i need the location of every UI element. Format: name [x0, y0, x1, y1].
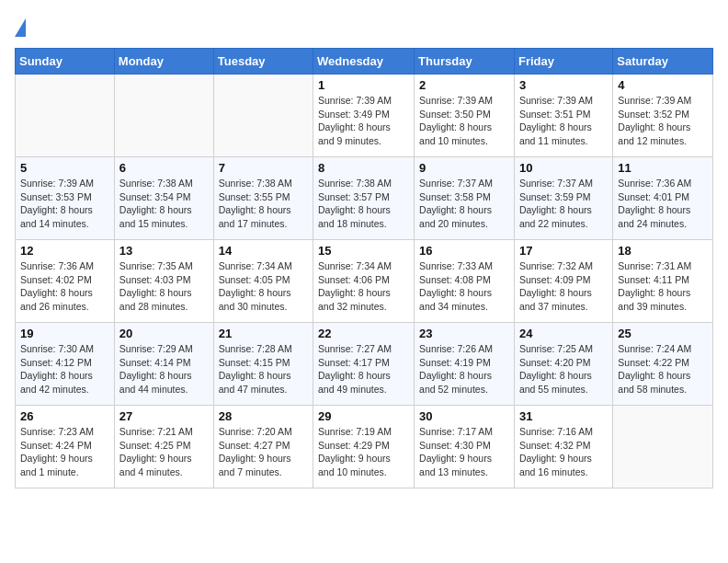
- day-number: 28: [219, 409, 308, 423]
- calendar-cell: 2Sunrise: 7:39 AM Sunset: 3:50 PM Daylig…: [415, 75, 515, 157]
- day-info: Sunrise: 7:33 AM Sunset: 4:08 PM Dayligh…: [419, 259, 509, 314]
- calendar-cell: [213, 75, 313, 157]
- calendar-cell: 25Sunrise: 7:24 AM Sunset: 4:22 PM Dayli…: [613, 323, 713, 406]
- weekday-header-thursday: Thursday: [415, 49, 515, 75]
- weekday-header-monday: Monday: [114, 49, 213, 75]
- weekday-header-sunday: Sunday: [16, 49, 115, 75]
- day-info: Sunrise: 7:26 AM Sunset: 4:19 PM Dayligh…: [419, 342, 509, 396]
- calendar-cell: 19Sunrise: 7:30 AM Sunset: 4:12 PM Dayli…: [16, 323, 115, 406]
- calendar-cell: 10Sunrise: 7:37 AM Sunset: 3:59 PM Dayli…: [514, 157, 612, 240]
- calendar-cell: 22Sunrise: 7:27 AM Sunset: 4:17 PM Dayli…: [313, 323, 415, 406]
- day-info: Sunrise: 7:37 AM Sunset: 3:58 PM Dayligh…: [419, 177, 509, 231]
- day-number: 16: [419, 244, 509, 258]
- calendar-cell: 6Sunrise: 7:38 AM Sunset: 3:54 PM Daylig…: [114, 157, 213, 240]
- calendar-cell: [16, 75, 115, 157]
- calendar-week-row: 1Sunrise: 7:39 AM Sunset: 3:49 PM Daylig…: [16, 75, 713, 157]
- calendar-cell: 16Sunrise: 7:33 AM Sunset: 4:08 PM Dayli…: [415, 240, 515, 323]
- day-number: 22: [318, 327, 409, 340]
- day-number: 19: [20, 327, 109, 340]
- calendar-cell: 14Sunrise: 7:34 AM Sunset: 4:05 PM Dayli…: [213, 240, 313, 323]
- calendar-cell: 20Sunrise: 7:29 AM Sunset: 4:14 PM Dayli…: [114, 323, 213, 406]
- day-info: Sunrise: 7:23 AM Sunset: 4:24 PM Dayligh…: [20, 425, 109, 479]
- day-number: 18: [618, 244, 708, 258]
- calendar-week-row: 19Sunrise: 7:30 AM Sunset: 4:12 PM Dayli…: [16, 323, 713, 406]
- day-info: Sunrise: 7:31 AM Sunset: 4:11 PM Dayligh…: [618, 259, 708, 314]
- weekday-header-friday: Friday: [514, 49, 612, 75]
- calendar-cell: 29Sunrise: 7:19 AM Sunset: 4:29 PM Dayli…: [313, 406, 415, 488]
- day-info: Sunrise: 7:16 AM Sunset: 4:32 PM Dayligh…: [519, 425, 608, 479]
- day-number: 3: [519, 78, 608, 92]
- day-number: 29: [318, 409, 409, 423]
- day-number: 27: [119, 409, 209, 423]
- calendar-cell: 15Sunrise: 7:34 AM Sunset: 4:06 PM Dayli…: [313, 240, 415, 323]
- day-number: 25: [618, 327, 708, 340]
- calendar-cell: 4Sunrise: 7:39 AM Sunset: 3:52 PM Daylig…: [613, 75, 713, 157]
- calendar-cell: 3Sunrise: 7:39 AM Sunset: 3:51 PM Daylig…: [514, 75, 612, 157]
- day-number: 20: [119, 327, 209, 340]
- day-info: Sunrise: 7:36 AM Sunset: 4:02 PM Dayligh…: [20, 259, 109, 314]
- calendar-cell: 13Sunrise: 7:35 AM Sunset: 4:03 PM Dayli…: [114, 240, 213, 323]
- calendar-cell: 11Sunrise: 7:36 AM Sunset: 4:01 PM Dayli…: [613, 157, 713, 240]
- calendar-week-row: 26Sunrise: 7:23 AM Sunset: 4:24 PM Dayli…: [16, 406, 713, 488]
- day-number: 5: [20, 161, 109, 175]
- day-info: Sunrise: 7:36 AM Sunset: 4:01 PM Dayligh…: [618, 177, 708, 231]
- day-number: 8: [318, 161, 409, 175]
- day-info: Sunrise: 7:19 AM Sunset: 4:29 PM Dayligh…: [318, 425, 409, 479]
- day-info: Sunrise: 7:39 AM Sunset: 3:51 PM Dayligh…: [519, 94, 608, 148]
- weekday-header-row: SundayMondayTuesdayWednesdayThursdayFrid…: [16, 49, 713, 75]
- weekday-header-tuesday: Tuesday: [213, 49, 313, 75]
- day-info: Sunrise: 7:38 AM Sunset: 3:55 PM Dayligh…: [219, 177, 308, 231]
- day-info: Sunrise: 7:20 AM Sunset: 4:27 PM Dayligh…: [219, 425, 308, 479]
- day-number: 6: [119, 161, 209, 175]
- calendar-cell: 9Sunrise: 7:37 AM Sunset: 3:58 PM Daylig…: [415, 157, 515, 240]
- day-number: 4: [618, 78, 708, 92]
- day-info: Sunrise: 7:39 AM Sunset: 3:52 PM Dayligh…: [618, 94, 708, 148]
- calendar-cell: 23Sunrise: 7:26 AM Sunset: 4:19 PM Dayli…: [415, 323, 515, 406]
- day-number: 15: [318, 244, 409, 258]
- day-number: 11: [618, 161, 708, 175]
- logo-triangle-icon: [15, 18, 26, 37]
- day-number: 23: [419, 327, 509, 340]
- calendar-cell: 8Sunrise: 7:38 AM Sunset: 3:57 PM Daylig…: [313, 157, 415, 240]
- weekday-header-saturday: Saturday: [613, 49, 713, 75]
- calendar-cell: 30Sunrise: 7:17 AM Sunset: 4:30 PM Dayli…: [415, 406, 515, 488]
- day-info: Sunrise: 7:39 AM Sunset: 3:49 PM Dayligh…: [318, 94, 409, 148]
- weekday-header-wednesday: Wednesday: [313, 49, 415, 75]
- day-info: Sunrise: 7:29 AM Sunset: 4:14 PM Dayligh…: [119, 342, 209, 396]
- day-number: 2: [419, 78, 509, 92]
- day-info: Sunrise: 7:25 AM Sunset: 4:20 PM Dayligh…: [519, 342, 608, 396]
- calendar-week-row: 5Sunrise: 7:39 AM Sunset: 3:53 PM Daylig…: [16, 157, 713, 240]
- calendar-cell: 21Sunrise: 7:28 AM Sunset: 4:15 PM Dayli…: [213, 323, 313, 406]
- calendar-cell: 31Sunrise: 7:16 AM Sunset: 4:32 PM Dayli…: [514, 406, 612, 488]
- day-number: 12: [20, 244, 109, 258]
- day-info: Sunrise: 7:34 AM Sunset: 4:05 PM Dayligh…: [219, 259, 308, 314]
- calendar-cell: 24Sunrise: 7:25 AM Sunset: 4:20 PM Dayli…: [514, 323, 612, 406]
- calendar-table: SundayMondayTuesdayWednesdayThursdayFrid…: [15, 48, 713, 488]
- day-info: Sunrise: 7:38 AM Sunset: 3:54 PM Dayligh…: [119, 177, 209, 231]
- day-info: Sunrise: 7:27 AM Sunset: 4:17 PM Dayligh…: [318, 342, 409, 396]
- day-number: 7: [219, 161, 308, 175]
- calendar-cell: 5Sunrise: 7:39 AM Sunset: 3:53 PM Daylig…: [16, 157, 115, 240]
- day-info: Sunrise: 7:30 AM Sunset: 4:12 PM Dayligh…: [20, 342, 109, 396]
- day-number: 24: [519, 327, 608, 340]
- day-info: Sunrise: 7:34 AM Sunset: 4:06 PM Dayligh…: [318, 259, 409, 314]
- day-info: Sunrise: 7:38 AM Sunset: 3:57 PM Dayligh…: [318, 177, 409, 231]
- day-info: Sunrise: 7:39 AM Sunset: 3:53 PM Dayligh…: [20, 177, 109, 231]
- calendar-cell: [114, 75, 213, 157]
- day-info: Sunrise: 7:21 AM Sunset: 4:25 PM Dayligh…: [119, 425, 209, 479]
- day-number: 26: [20, 409, 109, 423]
- day-number: 13: [119, 244, 209, 258]
- day-info: Sunrise: 7:35 AM Sunset: 4:03 PM Dayligh…: [119, 259, 209, 314]
- day-number: 9: [419, 161, 509, 175]
- calendar-cell: 1Sunrise: 7:39 AM Sunset: 3:49 PM Daylig…: [313, 75, 415, 157]
- day-info: Sunrise: 7:24 AM Sunset: 4:22 PM Dayligh…: [618, 342, 708, 396]
- day-number: 10: [519, 161, 608, 175]
- day-number: 17: [519, 244, 608, 258]
- day-number: 31: [519, 409, 608, 423]
- calendar-cell: 28Sunrise: 7:20 AM Sunset: 4:27 PM Dayli…: [213, 406, 313, 488]
- day-number: 21: [219, 327, 308, 340]
- day-info: Sunrise: 7:32 AM Sunset: 4:09 PM Dayligh…: [519, 259, 608, 314]
- calendar-cell: 18Sunrise: 7:31 AM Sunset: 4:11 PM Dayli…: [613, 240, 713, 323]
- calendar-cell: 26Sunrise: 7:23 AM Sunset: 4:24 PM Dayli…: [16, 406, 115, 488]
- calendar-cell: 7Sunrise: 7:38 AM Sunset: 3:55 PM Daylig…: [213, 157, 313, 240]
